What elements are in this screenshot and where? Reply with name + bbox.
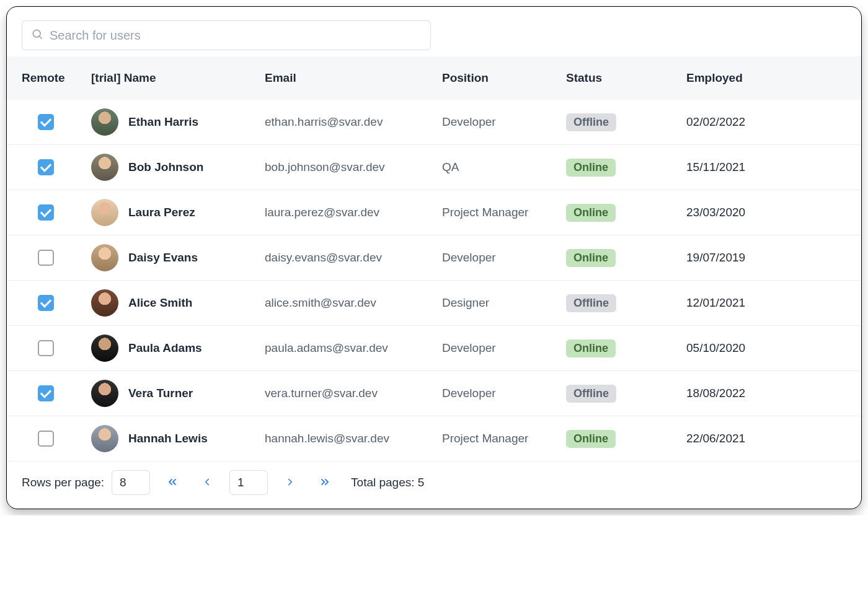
remote-checkbox[interactable] xyxy=(38,385,54,401)
table-row[interactable]: Alice Smithalice.smith@svar.devDesignerO… xyxy=(7,281,861,326)
table-row[interactable]: Bob Johnsonbob.johnson@svar.devQAOnline1… xyxy=(7,145,861,190)
user-name: Paula Adams xyxy=(128,341,202,355)
user-email: laura.perez@svar.dev xyxy=(265,206,442,219)
user-name: Laura Perez xyxy=(128,206,195,219)
prev-page-button[interactable] xyxy=(195,470,219,495)
last-page-button[interactable] xyxy=(312,470,337,495)
employed-date: 15/11/2021 xyxy=(686,160,846,174)
user-name: Bob Johnson xyxy=(128,160,203,174)
table-row[interactable]: Paula Adamspaula.adams@svar.devDeveloper… xyxy=(7,326,861,371)
col-header-email[interactable]: Email xyxy=(265,71,442,85)
user-name: Daisy Evans xyxy=(128,251,198,265)
search-field[interactable] xyxy=(22,20,431,50)
total-pages-label: Total pages: 5 xyxy=(351,476,424,489)
remote-checkbox[interactable] xyxy=(38,340,54,356)
status-badge: Online xyxy=(566,204,616,222)
employed-date: 12/01/2021 xyxy=(686,296,846,310)
avatar xyxy=(91,199,118,226)
status-badge: Offline xyxy=(566,294,616,312)
remote-checkbox[interactable] xyxy=(38,114,54,130)
status-badge: Online xyxy=(566,430,616,448)
employed-date: 23/03/2020 xyxy=(686,206,846,219)
user-email: hannah.lewis@svar.dev xyxy=(265,432,442,445)
remote-checkbox[interactable] xyxy=(38,204,54,221)
user-name: Hannah Lewis xyxy=(128,432,208,445)
user-position: Developer xyxy=(442,115,566,129)
avatar xyxy=(91,154,118,181)
remote-checkbox[interactable] xyxy=(38,250,54,266)
employed-date: 18/08/2022 xyxy=(686,387,846,400)
status-badge: Online xyxy=(566,249,616,267)
avatar xyxy=(91,289,118,317)
next-page-button[interactable] xyxy=(278,470,303,495)
first-page-button[interactable] xyxy=(160,470,185,495)
user-email: paula.adams@svar.dev xyxy=(265,341,442,355)
user-position: Designer xyxy=(442,296,566,310)
chevron-right-icon xyxy=(285,476,296,489)
search-wrap xyxy=(7,7,861,56)
employed-date: 02/02/2022 xyxy=(686,115,846,129)
employed-date: 19/07/2019 xyxy=(686,251,846,265)
search-input[interactable] xyxy=(50,28,422,43)
status-badge: Offline xyxy=(566,385,616,403)
employed-date: 22/06/2021 xyxy=(686,432,846,445)
user-email: ethan.harris@svar.dev xyxy=(265,115,442,129)
user-email: vera.turner@svar.dev xyxy=(265,387,442,400)
remote-checkbox[interactable] xyxy=(38,431,54,447)
user-name: Alice Smith xyxy=(128,296,192,310)
user-position: QA xyxy=(442,160,566,174)
status-badge: Online xyxy=(566,159,616,177)
pager: Rows per page: Total pages: 5 xyxy=(7,461,861,506)
data-grid-card: Remote [trial] Name Email Position Statu… xyxy=(6,6,862,509)
table-row[interactable]: Daisy Evansdaisy.evans@svar.devDeveloper… xyxy=(7,235,861,281)
remote-checkbox[interactable] xyxy=(38,159,54,175)
status-badge: Offline xyxy=(566,113,616,131)
user-email: daisy.evans@svar.dev xyxy=(265,251,442,265)
avatar xyxy=(91,244,118,271)
table-row[interactable]: Ethan Harrisethan.harris@svar.devDevelop… xyxy=(7,100,861,145)
user-position: Project Manager xyxy=(442,206,566,219)
col-header-name[interactable]: [trial] Name xyxy=(91,71,265,85)
user-position: Developer xyxy=(442,251,566,265)
employed-date: 05/10/2020 xyxy=(686,341,846,355)
table-header: Remote [trial] Name Email Position Statu… xyxy=(7,56,861,100)
user-position: Developer xyxy=(442,341,566,355)
table-row[interactable]: Laura Perezlaura.perez@svar.devProject M… xyxy=(7,190,861,235)
rows-per-page-input[interactable] xyxy=(112,470,150,495)
user-name: Vera Turner xyxy=(128,387,193,400)
avatar xyxy=(91,380,118,407)
user-email: alice.smith@svar.dev xyxy=(265,296,442,310)
col-header-employed[interactable]: Employed xyxy=(686,71,846,85)
table-body: Ethan Harrisethan.harris@svar.devDevelop… xyxy=(7,100,861,461)
avatar xyxy=(91,425,118,452)
svg-line-1 xyxy=(40,37,42,39)
status-badge: Online xyxy=(566,339,616,357)
user-position: Project Manager xyxy=(442,432,566,445)
rows-per-page-label: Rows per page: xyxy=(22,476,104,489)
table-row[interactable]: Vera Turnervera.turner@svar.devDeveloper… xyxy=(7,371,861,416)
user-email: bob.johnson@svar.dev xyxy=(265,160,442,174)
chevrons-left-icon xyxy=(166,476,179,490)
search-icon xyxy=(31,28,43,43)
chevron-left-icon xyxy=(202,476,213,489)
avatar xyxy=(91,108,118,136)
col-header-status[interactable]: Status xyxy=(566,71,686,85)
remote-checkbox[interactable] xyxy=(38,295,54,311)
svg-point-0 xyxy=(33,30,40,37)
chevrons-right-icon xyxy=(319,476,331,490)
table-row[interactable]: Hannah Lewishannah.lewis@svar.devProject… xyxy=(7,416,861,461)
col-header-position[interactable]: Position xyxy=(442,71,566,85)
user-position: Developer xyxy=(442,387,566,400)
user-name: Ethan Harris xyxy=(128,115,198,129)
col-header-remote[interactable]: Remote xyxy=(22,71,91,85)
avatar xyxy=(91,335,118,362)
current-page-input[interactable] xyxy=(229,470,268,495)
